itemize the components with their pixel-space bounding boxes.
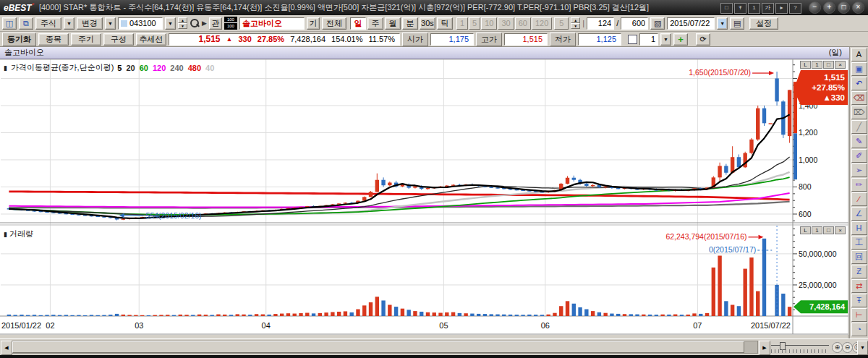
chart-panel-tool[interactable]: ▣	[851, 62, 867, 76]
add-indicator-button[interactable]: +	[673, 33, 688, 46]
erase-all-tool[interactable]: ⌫	[851, 91, 867, 105]
period-button-주[interactable]: 주	[367, 17, 383, 30]
menu-button-3[interactable]: 추세선	[136, 33, 166, 46]
change-dropdown-icon[interactable]: ▼	[105, 17, 116, 30]
svg-text:554(2015/02/16): 554(2015/02/16)	[146, 211, 202, 220]
trendline-tool[interactable]: ╱	[851, 120, 867, 134]
minute-button-5[interactable]: 5	[469, 17, 480, 30]
scroll-left-button[interactable]: ◀	[1, 341, 12, 355]
date-field[interactable]: 2015/07/22	[667, 17, 715, 30]
pencil-tool[interactable]: ✏	[851, 178, 867, 192]
stock-type-dropdown-icon[interactable]: ▼	[64, 17, 75, 30]
period-button-일[interactable]: 일	[350, 17, 366, 30]
stock-name-field[interactable]: 솔고바이오	[239, 17, 305, 30]
overlay-count-field[interactable]: 1	[639, 33, 658, 46]
pane-mini-button-2[interactable]: □	[823, 226, 834, 234]
date-dropdown-icon[interactable]: ▼	[717, 17, 728, 30]
minute-buttons: 15103060120	[456, 17, 552, 30]
minute-button-60[interactable]: 60	[515, 17, 531, 30]
red-line-tool[interactable]: ∕	[851, 192, 867, 206]
pane-mini-button-3[interactable]: ×	[835, 61, 846, 69]
move-button[interactable]: +	[823, 1, 835, 14]
svg-text:62,243,794(2015/07/16): 62,243,794(2015/07/16)	[665, 232, 746, 241]
chart-window-icon[interactable]: ⧉	[19, 17, 33, 30]
menu-button-2[interactable]: 구성	[103, 33, 134, 46]
compass-tool[interactable]: ◔	[851, 323, 867, 336]
zigzag-tool[interactable]: Ƶ	[851, 265, 867, 278]
open-label: 시가	[402, 33, 428, 46]
search-icon[interactable]	[190, 18, 200, 28]
title-small-button-3[interactable]: 가	[762, 3, 774, 14]
pane-mini-button-3[interactable]: ×	[835, 226, 846, 234]
box-tool[interactable]: 回	[851, 250, 867, 264]
settings-button[interactable]: 설정	[749, 17, 778, 30]
period-button-월[interactable]: 월	[385, 17, 401, 30]
overlay-dropdown-icon[interactable]: ▼	[660, 33, 671, 46]
ratio-100-icon[interactable]: 100100	[224, 17, 237, 30]
minute-stepper[interactable]: ▲▼	[571, 17, 580, 29]
title-small-button-0[interactable]: □	[720, 3, 733, 14]
title-small-button-4[interactable]: ▸	[775, 3, 788, 14]
bar-total-input[interactable]	[621, 17, 648, 30]
minute-button-120[interactable]: 120	[532, 17, 552, 30]
minute-button-10[interactable]: 10	[481, 17, 497, 30]
gwan-button[interactable]: 관	[209, 17, 222, 30]
scrollbar-thumb[interactable]	[12, 341, 744, 353]
chart-tab-title[interactable]: 솔고바이오	[4, 47, 44, 58]
title-small-buttons: □Ŧ1가▸?	[719, 2, 801, 14]
h-pattern-tool[interactable]: H	[851, 221, 867, 235]
close-button[interactable]: ×	[852, 1, 864, 14]
new-chart-icon[interactable]: ◫	[2, 17, 17, 30]
eraser-tool[interactable]: ⌦	[851, 106, 867, 119]
minimize-button[interactable]: −	[809, 1, 821, 14]
zoom-range-icon[interactable]: ▧	[650, 17, 665, 30]
code-dropdown-icon[interactable]: ▼	[165, 17, 176, 30]
overlay-checkbox[interactable]	[628, 35, 637, 44]
arrow-tool[interactable]: ➢	[851, 163, 867, 177]
period-button-30s[interactable]: 30s	[420, 17, 435, 30]
price-volume-chart[interactable]: 6008001,0001,2001,40025,000,00050,000,00…	[0, 47, 849, 338]
save-icon[interactable]: ▤	[730, 17, 744, 30]
pane-mini-button-1[interactable]: 1	[812, 61, 822, 69]
scroll-dropdown-button[interactable]: ▼	[857, 341, 868, 355]
code-field[interactable]: 043100	[118, 17, 163, 30]
angle-tool[interactable]: ∠	[851, 207, 867, 221]
text-tool[interactable]: A	[851, 48, 867, 61]
undo-tool[interactable]: ↶	[851, 77, 867, 90]
pane-mini-button-2[interactable]: □	[823, 61, 834, 69]
scrollbar-track[interactable]	[12, 341, 758, 354]
refresh-button[interactable]: ⟳	[696, 33, 710, 46]
change-select[interactable]: 변경	[77, 17, 103, 30]
pane-mini-button-0[interactable]: L	[800, 226, 811, 234]
code-stepper[interactable]: ▲▼	[178, 17, 187, 29]
minute-button-30[interactable]: 30	[498, 17, 514, 30]
zoom-slider[interactable]	[771, 342, 829, 352]
h-arrows-tool[interactable]: ⇄	[851, 279, 867, 293]
pen-tool[interactable]: ✎	[851, 135, 867, 148]
play-icon[interactable]: ▶	[202, 20, 207, 27]
menu-button-0[interactable]: 종목	[38, 33, 69, 46]
bar-position-input[interactable]	[587, 17, 614, 30]
stock-type-select[interactable]: 주식	[35, 17, 61, 30]
price-change-pct: 27.85%	[258, 35, 284, 43]
title-small-button-2[interactable]: 1	[748, 3, 760, 14]
menu-button-1[interactable]: 주기	[71, 33, 101, 46]
gi-button[interactable]: 기	[307, 17, 320, 30]
zoom-in-icon[interactable]: ⊕	[832, 342, 843, 353]
pane-mini-button-0[interactable]: L	[800, 61, 811, 69]
zoom-out-icon[interactable]: ⊖	[842, 342, 853, 353]
maximize-button[interactable]: □	[838, 1, 850, 14]
bracket-tool[interactable]: ⊢	[851, 308, 867, 322]
title-small-button-1[interactable]: Ŧ	[734, 3, 746, 14]
scroll-right-button[interactable]: ▶	[759, 341, 770, 355]
pane-mini-button-1[interactable]: 1	[812, 226, 822, 234]
ma-legend-20: 20	[126, 64, 135, 72]
pen-alt-tool[interactable]: ✐	[851, 149, 867, 163]
ibeam-tool[interactable]: 工	[851, 236, 867, 250]
period-button-틱[interactable]: 틱	[437, 17, 453, 30]
title-small-button-5[interactable]: ?	[789, 3, 801, 14]
tbar-tool[interactable]: Ŧ	[851, 294, 867, 307]
period-button-분[interactable]: 분	[402, 17, 418, 30]
minute-button-1[interactable]: 1	[456, 17, 468, 30]
all-button[interactable]: 전체	[322, 17, 346, 30]
